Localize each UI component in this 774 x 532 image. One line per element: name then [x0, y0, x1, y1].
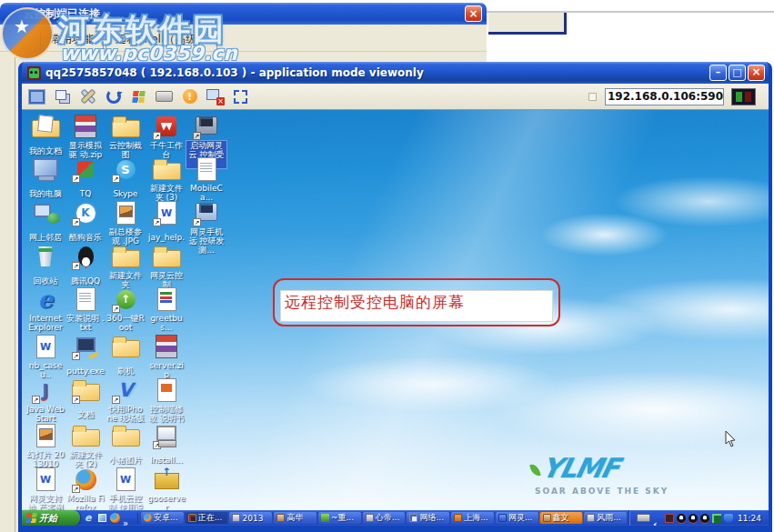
desktop-icon[interactable]: 小猪图片 [106, 422, 146, 467]
quick-launch-icon[interactable] [123, 513, 133, 523]
desktop-icon[interactable]: nb_caseu.. [25, 333, 65, 381]
desktop-icon[interactable]: 新建文件夹 (2) [65, 422, 106, 470]
maximize-button[interactable] [729, 65, 746, 81]
tray-icon[interactable] [637, 514, 650, 522]
start-button[interactable]: 开始 [22, 510, 80, 526]
toolbar-icon[interactable] [179, 86, 200, 107]
taskbar-button[interactable]: 风雨... [584, 512, 627, 524]
desktop-icon-glyph [150, 286, 183, 313]
desktop-icon[interactable]: 回收站 [25, 243, 65, 287]
minimize-button[interactable] [709, 65, 727, 81]
toolbar-icon[interactable] [52, 86, 73, 107]
controller-close-button[interactable] [465, 5, 482, 22]
desktop-icon[interactable]: 新建文件夹 (3) [146, 156, 186, 204]
connection-status-button[interactable] [731, 88, 756, 105]
desktop-icon[interactable]: 显示模拟驱 动.zip [65, 113, 106, 161]
desktop-icon[interactable]: 刷机 [106, 333, 146, 377]
quick-launch-icon[interactable] [97, 513, 107, 523]
desktop-icon[interactable]: 安装说明 .txt [65, 286, 106, 334]
tray-icon[interactable] [724, 514, 733, 523]
desktop-icon[interactable]: 网灵手机远 控研发测... [186, 199, 226, 256]
toolbar-icon[interactable] [154, 86, 175, 107]
desktop-icon[interactable]: 副总楼参观 .JPG [106, 199, 146, 247]
annotation-inner-box: 远程控制受控电脑的屏幕 [281, 291, 552, 321]
desktop-icon[interactable]: 我的电脑 [25, 156, 65, 200]
desktop-icon[interactable]: Internet Explorer [25, 286, 65, 334]
desktop-icon[interactable]: gooserver [146, 466, 186, 514]
shortcut-arrow-icon [72, 352, 80, 360]
tray-icon[interactable] [700, 514, 709, 523]
desktop-icon[interactable]: Mozilla Firefox [65, 466, 106, 514]
taskbar-button-icon [144, 514, 152, 522]
start-button-label: 开始 [39, 512, 57, 525]
desktop-icon[interactable]: MobileCa... [186, 156, 226, 204]
taskbar-button[interactable]: 鑫文 [540, 512, 583, 524]
taskbar-button[interactable]: 心帝... [363, 512, 406, 524]
desktop-icon[interactable]: Java Web Start [25, 376, 65, 425]
remote-desktop-view[interactable]: 我的文档 显示模拟驱 动.zip 云控制截图 千牛工作台 [22, 110, 769, 526]
desktop-icon[interactable]: 酷狗音乐 [65, 199, 106, 244]
shortcut-arrow-icon [112, 175, 120, 183]
taskbar-button[interactable]: 高华 [274, 512, 317, 524]
tray-icon[interactable] [653, 514, 662, 523]
desktop-icon[interactable]: 千牛工作台 [146, 113, 186, 161]
desktop-icon[interactable]: 控制端修改 说明书 [146, 376, 186, 425]
desktop-icon[interactable]: 腾讯QQ [65, 243, 106, 287]
desktop-icon[interactable]: greetbus... [146, 286, 186, 334]
desktop-icon-glyph [69, 376, 102, 404]
desktop-icon[interactable]: 新建文件夹 [106, 243, 146, 291]
desktop-icon[interactable]: 快用iPhone 现场版 [106, 376, 146, 425]
taskbar-button[interactable]: 网灵... [496, 512, 538, 524]
taskbar-button[interactable]: 安卓... [141, 512, 184, 524]
tray-icon[interactable] [677, 514, 686, 523]
close-button[interactable] [748, 65, 765, 81]
quick-launch-icon[interactable] [85, 513, 95, 523]
desktop-icon[interactable]: putty.exe [65, 333, 106, 377]
quick-launch-icon[interactable] [110, 513, 120, 523]
toolbar-icon[interactable] [26, 86, 47, 107]
desktop-icon[interactable]: 我的文档 [25, 113, 65, 157]
desktop-icon-glyph [29, 422, 62, 449]
viewer-toolbar: 192.168.0.106:5900 [22, 84, 769, 110]
toolbar-icon[interactable] [230, 86, 251, 107]
toolbar-icon[interactable] [103, 86, 124, 107]
taskbar-button-label: 高华 [286, 512, 303, 524]
desktop-icon[interactable]: server.zip [146, 333, 186, 381]
controller-tab[interactable]: 常用功能 [40, 29, 104, 51]
taskbar-button[interactable]: 正在... [186, 512, 228, 524]
shortcut-arrow-icon [72, 396, 80, 404]
controller-tab[interactable]: 远程Shell（高级） [106, 29, 217, 51]
tray-icon[interactable] [665, 514, 674, 523]
desktop-icon[interactable]: 360一键Root [106, 286, 146, 334]
desktop-icon[interactable]: 文档 [65, 376, 106, 421]
desktop-icon[interactable]: Skype [106, 156, 146, 200]
taskbar-button[interactable]: 网络... [407, 512, 449, 524]
toolbar-icon[interactable] [77, 86, 98, 107]
desktop-icon[interactable]: 网灵云控制 [146, 243, 186, 291]
toolbar-icon[interactable] [205, 86, 226, 107]
desktop-icon-glyph [190, 156, 223, 183]
taskbar-button[interactable]: ~重... [318, 512, 361, 524]
desktop-icon[interactable]: 云控制截图 [106, 113, 146, 161]
taskbar-button[interactable]: 2013 [229, 512, 272, 524]
desktop-icon[interactable]: 网上邻居 [25, 199, 65, 244]
desktop-icon[interactable]: Install... [146, 422, 186, 467]
desktop-icon-glyph [109, 243, 142, 270]
taskbar-button-icon [366, 514, 374, 522]
toolbar-icon[interactable] [128, 86, 149, 107]
desktop-icon[interactable]: TQ [65, 156, 106, 200]
taskbar-button-icon [498, 514, 507, 522]
shortcut-arrow-icon [72, 262, 80, 270]
viewer-titlebar[interactable]: qq2575857048 ( 192.168.0.103 ) - applica… [22, 62, 769, 84]
desktop-icon-label: 快用iPhone 现场版 [106, 405, 146, 423]
tray-icon[interactable] [712, 514, 721, 523]
tray-icon[interactable] [689, 514, 698, 523]
desktop-icon-glyph [150, 333, 183, 360]
remote-address-input[interactable]: 192.168.0.106:5900 [605, 88, 724, 105]
desktop-icon-glyph [29, 113, 62, 140]
taskbar-button-label: ~重... [331, 512, 354, 524]
desktop-icon[interactable]: jay_help. [146, 199, 186, 244]
controller-titlebar[interactable]: 云控制端已连接 [0, 3, 487, 25]
taskbar-button[interactable]: 上海... [451, 512, 494, 524]
desktop-icon-glyph [29, 466, 62, 493]
